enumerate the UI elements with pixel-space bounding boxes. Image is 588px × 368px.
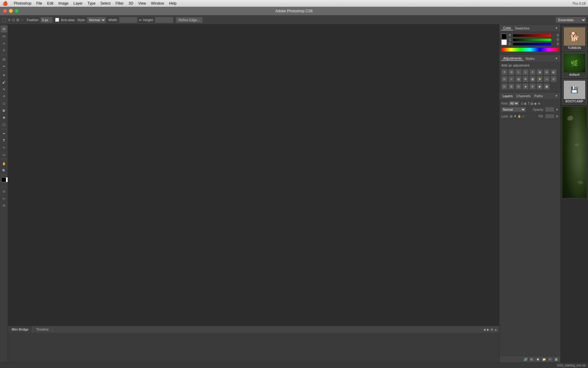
- layers-panel-collapse[interactable]: ▼: [555, 94, 559, 98]
- vibrance-icon[interactable]: ✦: [530, 69, 536, 75]
- anti-alias-checkbox[interactable]: [55, 18, 59, 22]
- menu-view[interactable]: View: [136, 0, 149, 7]
- b-slider[interactable]: [513, 43, 551, 45]
- lock-all-icon[interactable]: 🔒: [518, 115, 521, 118]
- menu-window[interactable]: Window: [149, 0, 167, 7]
- panel-grid-icon[interactable]: ⊞: [491, 328, 493, 331]
- menu-filter[interactable]: Filter: [113, 0, 126, 7]
- zoom-tool[interactable]: 🔍: [1, 167, 7, 174]
- hue-saturation-icon[interactable]: ◑: [537, 69, 543, 75]
- menu-3d[interactable]: 3D: [126, 0, 136, 7]
- foreground-color[interactable]: [1, 177, 6, 182]
- threshold-icon[interactable]: ⚡: [537, 76, 543, 82]
- fill-dropdown-icon[interactable]: ▼: [556, 115, 559, 118]
- frame-tool[interactable]: ⊡: [1, 202, 7, 209]
- dullard-card[interactable]: 🌿 dullard: [562, 52, 587, 78]
- adj-panel-collapse[interactable]: ▼: [555, 57, 559, 60]
- dodge-tool[interactable]: ◯: [1, 121, 7, 128]
- exposure-icon[interactable]: ⊙: [522, 69, 529, 75]
- essentials-select[interactable]: Essentials: [556, 17, 586, 23]
- color-lookup-icon[interactable]: ▤: [515, 76, 522, 82]
- hand-tool[interactable]: ✋: [1, 160, 7, 167]
- blur-tool[interactable]: ◉: [1, 114, 7, 121]
- lock-artboard-icon[interactable]: ◻: [522, 115, 524, 118]
- menu-layer[interactable]: Layer: [71, 0, 85, 7]
- crop-tool[interactable]: ⊡: [1, 56, 7, 63]
- style-select[interactable]: Normal: [87, 17, 106, 23]
- paths-tab[interactable]: Paths: [533, 94, 544, 98]
- add-icon[interactable]: ✛: [8, 18, 11, 22]
- adj-btn-6[interactable]: ◉: [537, 83, 543, 90]
- quick-select-tool[interactable]: ⊙: [1, 47, 7, 54]
- panel-left-arrow[interactable]: ◀: [483, 328, 486, 331]
- bg-swatch[interactable]: [501, 40, 507, 45]
- panel-expand-icon[interactable]: ▲: [494, 328, 497, 331]
- adj-btn-7[interactable]: ▣: [544, 83, 550, 90]
- menu-photoshop[interactable]: Photoshop: [11, 0, 34, 7]
- photo-filter-icon[interactable]: ⊡: [501, 76, 507, 82]
- history-brush-tool[interactable]: ↺: [1, 93, 7, 100]
- minimize-button[interactable]: [9, 9, 13, 13]
- type-tool[interactable]: T: [1, 137, 7, 144]
- fill-input[interactable]: [545, 114, 554, 118]
- menu-image[interactable]: Image: [56, 0, 71, 7]
- pen-tool[interactable]: ✒: [1, 130, 7, 137]
- adjustments-tab[interactable]: Adjustments: [501, 56, 524, 61]
- apple-menu[interactable]: 🍎: [2, 1, 8, 6]
- brush-tool[interactable]: 🖌: [1, 79, 7, 86]
- add-mask-btn[interactable]: ◽: [535, 357, 540, 362]
- clone-stamp-tool[interactable]: ✎: [1, 86, 7, 93]
- new-layer-btn[interactable]: +: [548, 357, 552, 362]
- r-slider[interactable]: [513, 34, 551, 37]
- delete-layer-btn[interactable]: 🗑: [554, 357, 559, 362]
- timeline-tab[interactable]: Timeline: [32, 326, 53, 333]
- refine-edge-button[interactable]: Refine Edge...: [176, 17, 203, 23]
- menu-file[interactable]: File: [34, 0, 44, 7]
- black-white-icon[interactable]: ◐: [551, 69, 557, 75]
- opacity-dropdown-icon[interactable]: ▼: [556, 108, 559, 111]
- swatches-tab[interactable]: Swatches: [513, 26, 531, 30]
- screen-mode-toggle[interactable]: ▭: [1, 195, 7, 202]
- invert-icon[interactable]: ⊗: [522, 76, 529, 82]
- lock-position-icon[interactable]: ✚: [514, 115, 516, 118]
- color-panel-collapse[interactable]: ▼: [555, 26, 559, 30]
- link-layers-btn[interactable]: 🔗: [523, 357, 528, 362]
- menu-select[interactable]: Select: [98, 0, 113, 7]
- levels-icon[interactable]: ⊟: [508, 69, 514, 75]
- gradient-tool[interactable]: ▦: [1, 107, 7, 114]
- bootcamp-card[interactable]: 💾 BOOTCAMP: [562, 79, 587, 105]
- g-slider[interactable]: [513, 39, 551, 41]
- gradient-map-icon[interactable]: ▭: [544, 76, 550, 82]
- adj-btn-5[interactable]: ⊕: [530, 83, 536, 90]
- layers-content[interactable]: [499, 119, 560, 356]
- quick-mask-toggle[interactable]: ◷: [1, 188, 7, 195]
- selective-color-icon[interactable]: ⊘: [551, 76, 557, 82]
- menu-type[interactable]: Type: [85, 0, 98, 7]
- posterize-icon[interactable]: ▦: [530, 76, 536, 82]
- eraser-tool[interactable]: ◻: [1, 100, 7, 107]
- mini-bridge-tab[interactable]: Mini Bridge: [8, 326, 32, 333]
- menu-edit[interactable]: Edit: [45, 0, 56, 7]
- adj-btn-3[interactable]: ⊟: [515, 83, 522, 90]
- lock-pixels-icon[interactable]: ▨: [510, 115, 513, 118]
- opacity-input[interactable]: [545, 107, 554, 112]
- shape-tool[interactable]: ▭: [1, 151, 7, 158]
- intersect-icon[interactable]: ⊠: [16, 18, 19, 22]
- path-select-tool[interactable]: ↖: [1, 144, 7, 151]
- channel-mixer-icon[interactable]: ≡: [508, 76, 514, 82]
- menu-help[interactable]: Help: [167, 0, 179, 7]
- height-input[interactable]: [155, 17, 173, 23]
- add-style-btn[interactable]: fx: [529, 357, 534, 362]
- layers-tab[interactable]: Layers: [501, 94, 514, 98]
- brightness-contrast-icon[interactable]: ☀: [501, 69, 507, 75]
- curves-icon[interactable]: ∿: [515, 69, 522, 75]
- color-tab[interactable]: Color: [501, 26, 513, 30]
- color-balance-icon[interactable]: ⊕: [544, 69, 550, 75]
- panel-right-arrow[interactable]: ▶: [487, 328, 489, 331]
- color-spectrum[interactable]: [501, 48, 559, 52]
- swap-dimensions-icon[interactable]: ⇌: [139, 18, 142, 22]
- lasso-tool[interactable]: ∿: [1, 40, 7, 47]
- move-tool[interactable]: ✛: [1, 26, 7, 33]
- feather-input[interactable]: [40, 17, 53, 23]
- adj-btn-4[interactable]: ◈: [522, 83, 529, 90]
